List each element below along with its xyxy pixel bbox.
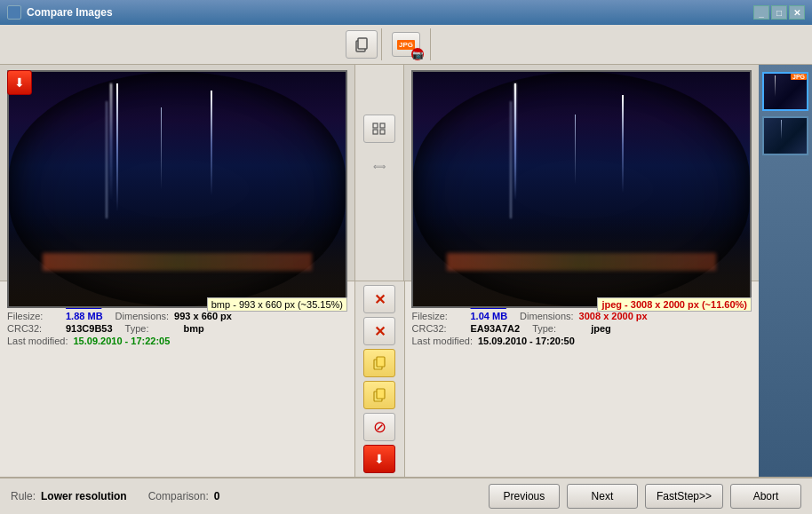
right-image [411,70,752,308]
right-modified-value: 15.09.2010 - 17:20:50 [478,336,575,346]
svg-rect-1 [358,38,367,49]
top-toolbar: JPG 📷 [0,25,812,65]
jpg-camera-icon: 📷 [411,48,424,60]
left-download-button[interactable]: ⬇ [7,70,32,95]
maximize-button[interactable]: □ [771,5,787,20]
close-button[interactable]: ✕ [789,5,805,20]
left-modified-label: Last modified: [7,336,68,346]
right-type-label: Type: [532,323,585,334]
sidebar: JPG [759,65,812,477]
left-type-value: bmp [184,323,204,334]
minimize-button[interactable]: _ [753,5,769,20]
rule-value: Lower resolution [41,490,127,502]
copy-button[interactable] [346,30,378,59]
paste-button-mid[interactable] [363,381,395,409]
window-title: Compare Images [27,6,753,19]
left-image [7,70,347,308]
left-dim-value: 993 x 660 px [174,311,232,321]
window-icon [7,5,21,20]
left-crc-label: CRC32: [7,323,60,334]
comparison-label: Comparison: [148,490,209,502]
abort-button[interactable]: Abort [730,484,801,509]
info-middle-toolbar: ✕ ✕ ⊘ ⬇ [355,281,405,477]
left-modified-value: 15.09.2010 - 17:22:05 [73,336,170,346]
comparison-value: 0 [214,490,220,502]
previous-button[interactable]: Previous [489,484,560,509]
right-image-label: jpeg - 3008 x 2000 px (~11.60%) [597,297,752,312]
center-toolbar: ⟺ [354,65,404,281]
svg-rect-2 [373,123,378,128]
left-image-label: bmp - 993 x 660 px (~35.15%) [207,297,347,312]
left-type-label: Type: [125,323,179,334]
left-dim-label: Dimensions: [115,311,170,321]
svg-rect-7 [377,357,385,367]
download-button[interactable]: ⬇ [363,445,395,473]
bottom-bar: Rule: Lower resolution Comparison: 0 Pre… [0,477,812,514]
sync-scroll-button[interactable] [363,115,395,143]
svg-rect-9 [377,389,385,399]
left-crc-value: 913C9B53 [66,323,113,334]
svg-rect-5 [380,130,385,134]
reject-left-button[interactable]: ✕ [363,285,395,313]
right-crc-label: CRC32: [412,323,466,334]
svg-rect-4 [380,123,385,128]
right-dim-value: 3008 x 2000 px [579,311,648,321]
right-filesize-value: 1.04 MB [471,311,508,321]
copy-button-mid[interactable] [363,349,395,377]
right-crc-value: EA93A7A2 [471,323,521,334]
right-dim-label: Dimensions: [520,311,574,321]
left-image-area: ⬇ [0,65,354,281]
next-button[interactable]: Next [567,484,638,509]
right-filesize-label: Filesize: [412,311,466,321]
thumb1-badge: JPG [791,74,807,80]
right-type-value: jpeg [591,323,611,334]
sidebar-thumb-2[interactable] [762,116,808,155]
right-modified-label: Last modified: [412,336,473,346]
no-action-button[interactable]: ⊘ [363,413,395,441]
faststep-button[interactable]: FastStep>> [645,484,723,509]
sidebar-thumb-1[interactable]: JPG [762,72,808,111]
reject-right-button[interactable]: ✕ [363,317,395,345]
rule-label: Rule: [11,490,36,502]
left-filesize-value: 1.88 MB [66,311,103,321]
right-image-area: jpeg - 3008 x 2000 px (~11.60%) [404,65,759,281]
svg-rect-3 [373,130,378,134]
left-filesize-label: Filesize: [7,311,60,321]
